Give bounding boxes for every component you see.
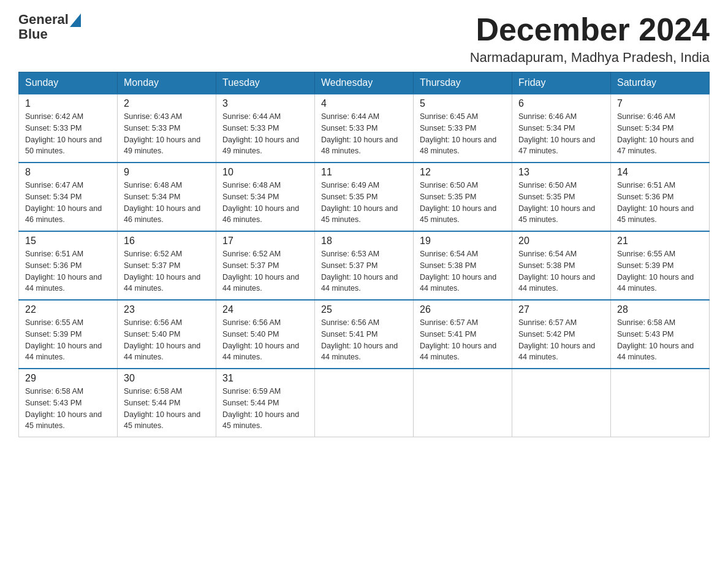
calendar-header-row: Sunday Monday Tuesday Wednesday Thursday… — [19, 72, 710, 94]
calendar-day-cell: 18 Sunrise: 6:53 AM Sunset: 5:37 PM Dayl… — [315, 231, 414, 300]
day-info: Sunrise: 6:53 AM Sunset: 5:37 PM Dayligh… — [321, 248, 407, 294]
header-sunday: Sunday — [19, 72, 118, 94]
day-info: Sunrise: 6:49 AM Sunset: 5:35 PM Dayligh… — [321, 180, 407, 226]
day-info: Sunrise: 6:51 AM Sunset: 5:36 PM Dayligh… — [617, 180, 703, 226]
calendar-day-cell: 10 Sunrise: 6:48 AM Sunset: 5:34 PM Dayl… — [216, 163, 315, 231]
day-number: 22 — [25, 304, 111, 315]
day-info: Sunrise: 6:48 AM Sunset: 5:34 PM Dayligh… — [124, 180, 210, 226]
day-number: 1 — [25, 98, 111, 109]
header-monday: Monday — [118, 72, 216, 94]
day-info: Sunrise: 6:56 AM Sunset: 5:40 PM Dayligh… — [222, 317, 308, 363]
calendar-day-cell: 3 Sunrise: 6:44 AM Sunset: 5:33 PM Dayli… — [216, 94, 315, 163]
day-info: Sunrise: 6:56 AM Sunset: 5:41 PM Dayligh… — [321, 317, 407, 363]
calendar-day-cell: 20 Sunrise: 6:54 AM Sunset: 5:38 PM Dayl… — [512, 231, 611, 300]
title-block: December 2024 Narmadapuram, Madhya Prade… — [470, 12, 710, 66]
header-saturday: Saturday — [611, 72, 710, 94]
day-number: 4 — [321, 98, 407, 109]
day-info: Sunrise: 6:52 AM Sunset: 5:37 PM Dayligh… — [124, 248, 210, 294]
day-number: 3 — [222, 98, 308, 109]
day-info: Sunrise: 6:42 AM Sunset: 5:33 PM Dayligh… — [25, 111, 111, 157]
calendar-day-cell: 19 Sunrise: 6:54 AM Sunset: 5:38 PM Dayl… — [414, 231, 512, 300]
location-text: Narmadapuram, Madhya Pradesh, India — [470, 50, 710, 66]
calendar-day-cell: 14 Sunrise: 6:51 AM Sunset: 5:36 PM Dayl… — [611, 163, 710, 231]
day-number: 7 — [617, 98, 703, 109]
calendar-day-cell: 31 Sunrise: 6:59 AM Sunset: 5:44 PM Dayl… — [216, 369, 315, 437]
day-info: Sunrise: 6:58 AM Sunset: 5:43 PM Dayligh… — [25, 386, 111, 432]
calendar-day-cell: 8 Sunrise: 6:47 AM Sunset: 5:34 PM Dayli… — [19, 163, 118, 231]
logo-text-blue: Blue — [18, 27, 48, 42]
day-info: Sunrise: 6:56 AM Sunset: 5:40 PM Dayligh… — [124, 317, 210, 363]
header-tuesday: Tuesday — [216, 72, 315, 94]
calendar-day-cell — [315, 369, 414, 437]
calendar-day-cell: 13 Sunrise: 6:50 AM Sunset: 5:35 PM Dayl… — [512, 163, 611, 231]
day-number: 24 — [222, 304, 308, 315]
logo-text-general: General — [18, 12, 69, 27]
svg-marker-0 — [70, 13, 81, 27]
calendar-day-cell: 11 Sunrise: 6:49 AM Sunset: 5:35 PM Dayl… — [315, 163, 414, 231]
calendar-day-cell: 6 Sunrise: 6:46 AM Sunset: 5:34 PM Dayli… — [512, 94, 611, 163]
calendar-day-cell: 21 Sunrise: 6:55 AM Sunset: 5:39 PM Dayl… — [611, 231, 710, 300]
day-info: Sunrise: 6:46 AM Sunset: 5:34 PM Dayligh… — [617, 111, 703, 157]
day-number: 20 — [518, 236, 604, 247]
calendar-day-cell: 30 Sunrise: 6:58 AM Sunset: 5:44 PM Dayl… — [118, 369, 216, 437]
day-info: Sunrise: 6:58 AM Sunset: 5:44 PM Dayligh… — [124, 386, 210, 432]
day-number: 29 — [25, 373, 111, 384]
day-info: Sunrise: 6:58 AM Sunset: 5:43 PM Dayligh… — [617, 317, 703, 363]
day-number: 9 — [124, 167, 210, 178]
day-number: 13 — [518, 167, 604, 178]
calendar-day-cell: 2 Sunrise: 6:43 AM Sunset: 5:33 PM Dayli… — [118, 94, 216, 163]
day-number: 8 — [25, 167, 111, 178]
day-number: 19 — [420, 236, 506, 247]
calendar-week-row: 29 Sunrise: 6:58 AM Sunset: 5:43 PM Dayl… — [19, 369, 710, 437]
day-number: 17 — [222, 236, 308, 247]
header-friday: Friday — [512, 72, 611, 94]
day-info: Sunrise: 6:45 AM Sunset: 5:33 PM Dayligh… — [420, 111, 506, 157]
day-number: 27 — [518, 304, 604, 315]
logo-triangle-icon — [70, 13, 81, 27]
day-info: Sunrise: 6:55 AM Sunset: 5:39 PM Dayligh… — [25, 317, 111, 363]
day-number: 25 — [321, 304, 407, 315]
day-number: 2 — [124, 98, 210, 109]
calendar-day-cell: 4 Sunrise: 6:44 AM Sunset: 5:33 PM Dayli… — [315, 94, 414, 163]
day-number: 10 — [222, 167, 308, 178]
day-info: Sunrise: 6:46 AM Sunset: 5:34 PM Dayligh… — [518, 111, 604, 157]
day-number: 16 — [124, 236, 210, 247]
day-number: 31 — [222, 373, 308, 384]
day-info: Sunrise: 6:44 AM Sunset: 5:33 PM Dayligh… — [321, 111, 407, 157]
day-number: 23 — [124, 304, 210, 315]
day-info: Sunrise: 6:44 AM Sunset: 5:33 PM Dayligh… — [222, 111, 308, 157]
day-number: 15 — [25, 236, 111, 247]
day-number: 11 — [321, 167, 407, 178]
day-number: 30 — [124, 373, 210, 384]
month-title: December 2024 — [470, 12, 710, 47]
day-number: 18 — [321, 236, 407, 247]
page-header: General Blue December 2024 Narmadapuram,… — [18, 12, 710, 66]
day-number: 26 — [420, 304, 506, 315]
calendar-day-cell: 28 Sunrise: 6:58 AM Sunset: 5:43 PM Dayl… — [611, 300, 710, 369]
calendar-day-cell: 27 Sunrise: 6:57 AM Sunset: 5:42 PM Dayl… — [512, 300, 611, 369]
day-number: 14 — [617, 167, 703, 178]
calendar-day-cell — [414, 369, 512, 437]
day-info: Sunrise: 6:57 AM Sunset: 5:42 PM Dayligh… — [518, 317, 604, 363]
calendar-day-cell: 26 Sunrise: 6:57 AM Sunset: 5:41 PM Dayl… — [414, 300, 512, 369]
day-info: Sunrise: 6:47 AM Sunset: 5:34 PM Dayligh… — [25, 180, 111, 226]
calendar-week-row: 8 Sunrise: 6:47 AM Sunset: 5:34 PM Dayli… — [19, 163, 710, 231]
day-info: Sunrise: 6:55 AM Sunset: 5:39 PM Dayligh… — [617, 248, 703, 294]
day-info: Sunrise: 6:54 AM Sunset: 5:38 PM Dayligh… — [518, 248, 604, 294]
day-number: 21 — [617, 236, 703, 247]
calendar-week-row: 1 Sunrise: 6:42 AM Sunset: 5:33 PM Dayli… — [19, 94, 710, 163]
day-number: 12 — [420, 167, 506, 178]
day-info: Sunrise: 6:54 AM Sunset: 5:38 PM Dayligh… — [420, 248, 506, 294]
day-number: 6 — [518, 98, 604, 109]
calendar-day-cell: 16 Sunrise: 6:52 AM Sunset: 5:37 PM Dayl… — [118, 231, 216, 300]
calendar-day-cell: 12 Sunrise: 6:50 AM Sunset: 5:35 PM Dayl… — [414, 163, 512, 231]
calendar-day-cell — [512, 369, 611, 437]
calendar-day-cell: 25 Sunrise: 6:56 AM Sunset: 5:41 PM Dayl… — [315, 300, 414, 369]
calendar-day-cell: 24 Sunrise: 6:56 AM Sunset: 5:40 PM Dayl… — [216, 300, 315, 369]
header-wednesday: Wednesday — [315, 72, 414, 94]
calendar-day-cell: 15 Sunrise: 6:51 AM Sunset: 5:36 PM Dayl… — [19, 231, 118, 300]
calendar-day-cell: 7 Sunrise: 6:46 AM Sunset: 5:34 PM Dayli… — [611, 94, 710, 163]
day-info: Sunrise: 6:51 AM Sunset: 5:36 PM Dayligh… — [25, 248, 111, 294]
calendar-day-cell: 17 Sunrise: 6:52 AM Sunset: 5:37 PM Dayl… — [216, 231, 315, 300]
calendar-day-cell: 29 Sunrise: 6:58 AM Sunset: 5:43 PM Dayl… — [19, 369, 118, 437]
